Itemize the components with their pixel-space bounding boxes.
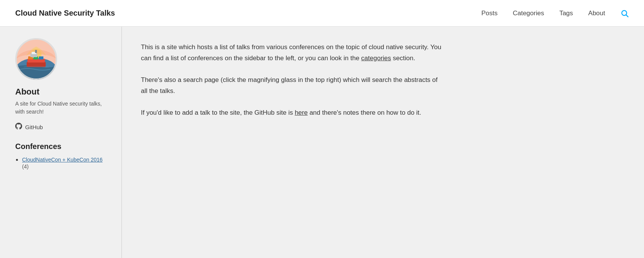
nav-categories[interactable]: Categories — [513, 10, 544, 17]
content-paragraph-3: If you'd like to add a talk to the site,… — [141, 107, 442, 119]
list-item: CloudNativeCon + KubeCon 2016 (4) — [22, 156, 110, 170]
nav-about[interactable]: About — [588, 10, 605, 17]
conference-count: (4) — [22, 163, 29, 170]
svg-rect-12 — [35, 50, 37, 53]
conferences-heading: Conferences — [15, 142, 110, 151]
conferences-list: CloudNativeCon + KubeCon 2016 (4) — [15, 156, 110, 170]
content-paragraph-1: This is a site which hosts a list of tal… — [141, 42, 442, 64]
categories-link[interactable]: categories — [361, 54, 391, 62]
nav-posts[interactable]: Posts — [481, 10, 498, 17]
github-icon — [15, 123, 22, 131]
svg-rect-9 — [39, 56, 43, 59]
site-logo — [15, 38, 57, 80]
sidebar-about-title: About — [15, 87, 110, 97]
paragraph-2-text: There's also a search page (click the ma… — [141, 76, 438, 95]
main-container: About A site for Cloud Native security t… — [0, 27, 644, 258]
github-label: GitHub — [25, 124, 43, 130]
site-header: Cloud Native Security Talks Posts Catego… — [0, 0, 644, 27]
search-icon — [620, 9, 629, 18]
svg-line-1 — [626, 15, 628, 17]
main-content: This is a site which hosts a list of tal… — [122, 27, 465, 258]
conference-link[interactable]: CloudNativeCon + KubeCon 2016 — [22, 157, 102, 163]
paragraph-3-text-before: If you'd like to add a talk to the site,… — [141, 109, 295, 116]
main-nav: Posts Categories Tags About — [481, 9, 629, 18]
site-title: Cloud Native Security Talks — [15, 9, 115, 18]
content-paragraph-2: There's also a search page (click the ma… — [141, 75, 442, 97]
sidebar: About A site for Cloud Native security t… — [0, 27, 122, 258]
logo-illustration — [16, 39, 56, 79]
paragraph-3-text-after: and there's notes there on how to do it. — [308, 109, 421, 116]
paragraph-1-text-after: section. — [391, 54, 415, 62]
github-link[interactable]: GitHub — [15, 123, 110, 131]
nav-tags[interactable]: Tags — [559, 10, 573, 17]
github-here-link[interactable]: here — [295, 109, 308, 116]
search-button[interactable] — [620, 9, 629, 18]
sidebar-description: A site for Cloud Native security talks, … — [15, 100, 110, 116]
